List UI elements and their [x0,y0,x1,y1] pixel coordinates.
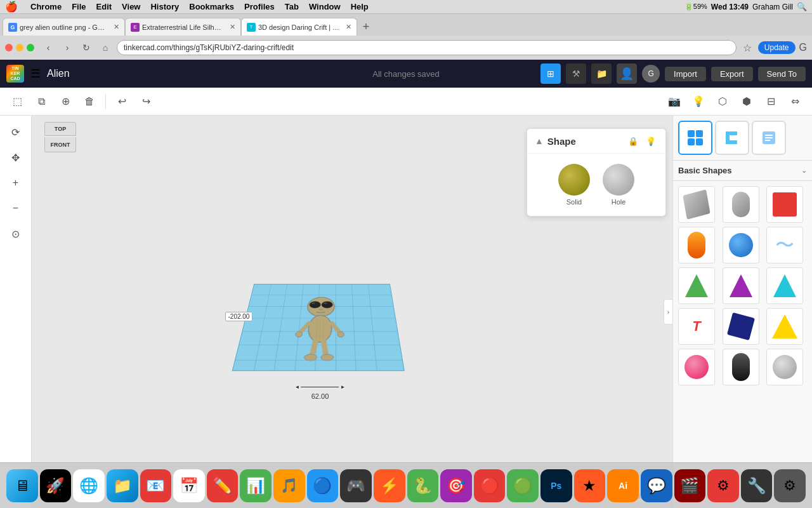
dock-chrome[interactable]: 🌐 [73,469,105,502]
menu-history[interactable]: History [150,2,179,11]
dock-mail[interactable]: 📧 [140,469,172,502]
menu-window[interactable]: Window [309,2,341,11]
dock-photoshop[interactable]: Ps [540,469,572,502]
dock-app11[interactable]: 🎮 [340,469,372,502]
dock-writer[interactable]: ✏️ [207,469,239,502]
forward-button[interactable]: › [60,40,75,55]
folder-btn[interactable]: 📁 [591,64,612,84]
dock-app21[interactable]: 🎬 [674,469,706,502]
tab-2-close[interactable]: ✕ [230,23,235,31]
user-avatar[interactable]: G [642,65,660,83]
zoom-in-btn[interactable]: + [4,171,27,194]
menu-tab[interactable]: Tab [285,2,299,11]
shape-cone-purple[interactable] [723,267,759,304]
undo-btn[interactable]: ↩ [111,91,133,112]
shape-sphere-pink[interactable] [678,349,715,385]
shape-cone-teal[interactable] [766,267,803,304]
shape-box-grey[interactable] [678,186,715,223]
solid-option[interactable]: Solid [558,164,590,206]
pan-btn[interactable]: ✥ [4,146,27,169]
account-btn[interactable]: 👤 [617,64,637,84]
window-close[interactable] [5,44,13,51]
menu-edit[interactable]: Edit [96,2,112,11]
export-button[interactable]: Export [711,67,753,81]
tab-2[interactable]: E Extraterrestrial Life Silhouette... ✕ [125,18,241,36]
shape-solid-btn[interactable]: ⬢ [736,91,757,112]
mirror-btn[interactable]: ⇔ [784,91,806,112]
dock-app10[interactable]: 🔵 [307,469,339,502]
menu-help[interactable]: Help [351,2,369,11]
shape-triangle-yellow[interactable] [766,308,803,345]
new-design-btn[interactable]: ⬚ [6,91,28,112]
dock-app18[interactable]: ★ [574,469,606,502]
shape-cone-green[interactable] [678,267,715,304]
dock-spreadsheet[interactable]: 📊 [240,469,272,502]
profile-icon[interactable]: G [799,42,807,53]
dock-app12[interactable]: ⚡ [374,469,405,502]
dock-app16[interactable]: 🟢 [507,469,539,502]
shape-box-navy[interactable] [723,308,759,345]
dock-app13[interactable]: 🐍 [407,469,439,502]
dock-app24[interactable]: ⚙ [774,469,806,502]
dock-app14[interactable]: 🎯 [440,469,472,502]
sidebar-notes-btn[interactable] [752,121,786,155]
bookmark-star[interactable]: ☆ [743,42,752,54]
collapse-sidebar-btn[interactable]: › [664,299,672,324]
shapes-btn[interactable]: ⚒ [566,64,586,84]
shape-text-red[interactable]: T [678,308,715,345]
dock-files[interactable]: 📁 [107,469,138,502]
dock-app15[interactable]: 🔴 [474,469,506,502]
delete-btn[interactable]: 🗑 [79,91,100,112]
camera-btn[interactable]: 📷 [664,91,685,112]
shape-squiggle[interactable]: 〜 [766,227,803,264]
tab-3-close[interactable]: ✕ [346,23,351,31]
viewport[interactable]: TOP FRONT [32,116,672,508]
sendto-button[interactable]: Send To [758,67,806,81]
dock-app23[interactable]: 🔧 [741,469,773,502]
import-button[interactable]: Import [665,67,706,81]
tab-3[interactable]: T 3D design Daring Crift | Tinker... ✕ [241,18,357,36]
address-bar[interactable]: tinkercad.com/things/gTsKjRUbiYZ-daring-… [117,40,737,55]
shape-light-btn[interactable]: 💡 [644,134,658,148]
shape-cylinder-dark[interactable] [723,349,759,385]
dock-finder[interactable]: 🖥 [6,469,38,502]
canvas-area[interactable]: -202.00 ◄ ► 62.00 [32,116,672,508]
tab-1[interactable]: G grey alien outline png - Googl... ✕ [3,18,125,36]
home-button[interactable]: ⌂ [98,40,113,55]
dock-app22[interactable]: ⚙ [707,469,739,502]
dock-calendar[interactable]: 📅 [173,469,205,502]
align-btn[interactable]: ⊟ [760,91,782,112]
menu-chrome[interactable]: Chrome [30,2,62,11]
redo-btn[interactable]: ↪ [135,91,157,112]
dock-launchpad[interactable]: 🚀 [40,469,72,502]
orbit-btn[interactable]: ⟳ [4,121,27,144]
tab-add-button[interactable]: + [357,18,375,36]
zoom-out-btn[interactable]: − [4,197,27,220]
shape-cylinder-grey[interactable] [723,186,759,223]
menu-profiles[interactable]: Profiles [244,2,275,11]
update-button[interactable]: Update [758,41,796,54]
sidebar-ruler-btn[interactable] [715,121,749,155]
fit-btn[interactable]: ⊙ [4,222,27,245]
apple-menu[interactable]: 🍎 [5,1,18,13]
dock-impress[interactable]: 🎵 [273,469,305,502]
shape-cylinder-orange[interactable] [678,227,715,264]
sidebar-grid-btn[interactable] [678,121,712,155]
shape-sphere-silver[interactable] [766,349,803,385]
shape-panel-collapse-btn[interactable]: ▲ [535,136,544,146]
tab-1-close[interactable]: ✕ [114,23,119,31]
shape-outline-btn[interactable]: ⬡ [712,91,733,112]
hamburger-icon[interactable]: ☰ [30,67,41,81]
sidebar-expand-icon[interactable]: ⌄ [801,166,807,175]
refresh-button[interactable]: ↻ [79,40,94,55]
hole-option[interactable]: Hole [603,164,634,206]
window-maximize[interactable] [27,44,34,51]
dock-app20[interactable]: 💬 [641,469,672,502]
copy-btn[interactable]: ⊕ [55,91,76,112]
menu-view[interactable]: View [122,2,140,11]
back-button[interactable]: ‹ [41,40,56,55]
shape-sphere-blue[interactable] [723,227,759,264]
duplicate-btn[interactable]: ⧉ [30,91,52,112]
light-btn[interactable]: 💡 [688,91,709,112]
alien-figure[interactable] [290,297,347,367]
